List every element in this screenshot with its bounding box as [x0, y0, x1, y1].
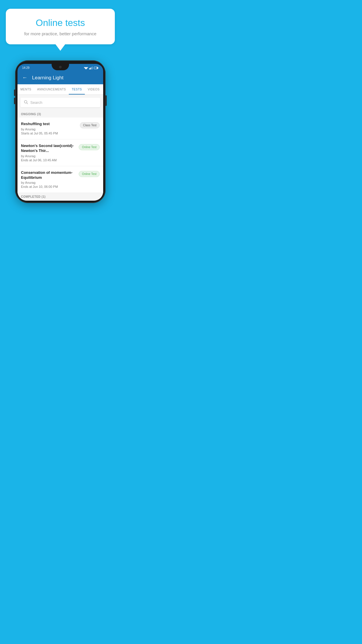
- test-item[interactable]: Newton's Second law(contd)-Newton's Thir…: [17, 139, 103, 166]
- ongoing-section-label: ONGOING (3): [17, 110, 103, 118]
- svg-rect-5: [91, 67, 92, 69]
- tests-list: Reshuffling test by Anurag Starts at Jul…: [17, 118, 103, 193]
- test-author: by Anurag: [21, 127, 78, 131]
- back-button[interactable]: ←: [22, 75, 27, 81]
- power-btn: [106, 95, 107, 106]
- status-bar: 14:29: [17, 64, 103, 71]
- signal-icon: [89, 66, 93, 69]
- speech-bubble: Online tests for more practice, better p…: [6, 9, 115, 44]
- phone-container: 14:29: [15, 60, 106, 203]
- battery-icon: [94, 66, 99, 69]
- wifi-icon: [84, 66, 88, 69]
- phone-screen: ← Learning Light MENTS ANNOUNCEMENTS TES…: [17, 71, 103, 201]
- test-name: Reshuffling test: [21, 122, 78, 127]
- svg-rect-8: [94, 67, 97, 69]
- tab-videos[interactable]: VIDEOS: [85, 84, 103, 94]
- status-icons: [84, 66, 99, 69]
- test-time: Starts at Jul 05, 05:45 PM: [21, 132, 78, 135]
- tab-tests[interactable]: TESTS: [69, 84, 85, 94]
- test-time: Ends at Jun 10, 06:00 PM: [21, 185, 76, 188]
- test-item[interactable]: Reshuffling test by Anurag Starts at Jul…: [17, 118, 103, 139]
- test-badge-online: Online Test: [79, 171, 100, 177]
- svg-rect-3: [89, 68, 90, 69]
- app-header: ← Learning Light: [17, 71, 103, 84]
- svg-rect-4: [90, 68, 91, 69]
- test-info: Newton's Second law(contd)-Newton's Thir…: [21, 144, 76, 162]
- svg-rect-6: [92, 66, 93, 69]
- test-name: Newton's Second law(contd)-Newton's Thir…: [21, 144, 76, 153]
- camera: [59, 66, 61, 68]
- test-author: by Anurag: [21, 181, 76, 184]
- phone-outer: 14:29: [15, 60, 106, 203]
- power-button: [106, 95, 107, 106]
- phone-notch: [52, 64, 69, 70]
- tab-ments[interactable]: MENTS: [17, 84, 34, 94]
- tab-announcements[interactable]: ANNOUNCEMENTS: [34, 84, 69, 94]
- search-bar[interactable]: Search: [20, 98, 100, 107]
- search-icon: [24, 100, 28, 105]
- test-info: Reshuffling test by Anurag Starts at Jul…: [21, 122, 78, 135]
- bubble-subtitle: for more practice, better performance: [14, 31, 107, 36]
- hero-section: Online tests for more practice, better p…: [0, 0, 121, 47]
- svg-line-11: [27, 103, 28, 104]
- svg-rect-9: [98, 67, 99, 69]
- test-name: Conservation of momentum-Equilibrium: [21, 170, 76, 180]
- status-time: 14:29: [22, 66, 29, 69]
- test-author: by Anurag: [21, 154, 76, 158]
- completed-section-label: COMPLETED (1): [17, 193, 103, 201]
- test-badge-online: Online Test: [79, 144, 100, 150]
- test-item[interactable]: Conservation of momentum-Equilibrium by …: [17, 166, 103, 193]
- test-time: Ends at Jul 06, 10:45 AM: [21, 158, 76, 162]
- test-badge-class: Class Test: [80, 122, 100, 128]
- test-info: Conservation of momentum-Equilibrium by …: [21, 170, 76, 189]
- bubble-title: Online tests: [14, 18, 107, 28]
- tabs-bar: MENTS ANNOUNCEMENTS TESTS VIDEOS: [17, 84, 103, 95]
- app-title: Learning Light: [32, 75, 64, 81]
- search-placeholder: Search: [30, 100, 42, 105]
